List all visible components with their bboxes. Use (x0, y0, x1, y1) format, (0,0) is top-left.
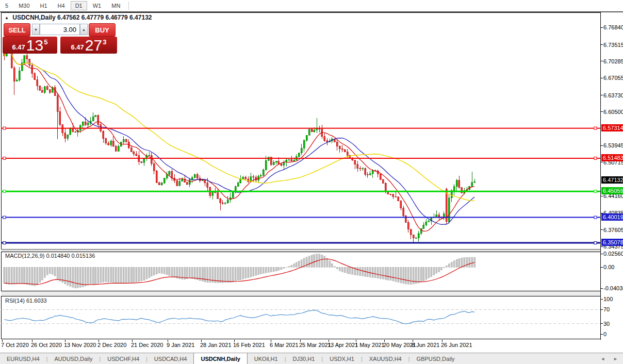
chart-tab-usdcnh-daily[interactable]: USDCNH,Daily (193, 353, 247, 364)
date-tick-label: 13 Nov 2020 (64, 342, 96, 348)
price-tick-label: 6.63730 (603, 92, 623, 98)
volume-up-button[interactable]: ▲ (80, 24, 88, 35)
timeframe-button-h4[interactable]: H4 (53, 1, 70, 10)
tab-scroll-arrows: ◄ ► (600, 353, 623, 364)
rsi-tick-label: 100 (603, 296, 613, 302)
chart-tab-dj30-h1[interactable]: DJ30,H1 (286, 353, 322, 364)
rsi-tick (601, 334, 603, 335)
timeframe-button-w1[interactable]: W1 (88, 1, 106, 10)
price-tick (601, 196, 603, 196)
date-tick-label: 21 Dec 2020 (131, 342, 163, 348)
timeframe-toolbar: 5M30H1H4D1W1MN (0, 0, 623, 12)
date-tick-label: 2 Dec 2020 (97, 342, 126, 348)
price-tick (601, 61, 603, 61)
timeframe-button-m30[interactable]: M30 (14, 1, 34, 10)
rsi-tick-label: 70 (603, 306, 610, 312)
date-tick-label: 7 Oct 2020 (1, 342, 29, 348)
price-tick-label: 6.76840 (603, 24, 623, 30)
price-tick (601, 162, 603, 162)
date-tick-label: 13 Apr 2021 (327, 342, 358, 348)
rsi-tick (601, 299, 603, 300)
tab-scroll-left-icon[interactable]: ◄ (600, 356, 605, 361)
chart-symbol-label: USDCNH,Daily (12, 14, 55, 21)
buy-price-prefix: 6.47 (71, 42, 84, 53)
macd-tick-label: 0.025609 (603, 251, 623, 257)
macd-tick-label: -0.040386 (603, 285, 623, 291)
price-tick (601, 95, 603, 95)
price-line-badge: 6.51483 (601, 154, 623, 161)
volume-input[interactable] (40, 24, 80, 35)
price-line-badge: 6.57314 (601, 124, 623, 131)
timeframe-button-5[interactable]: 5 (1, 1, 13, 10)
sell-price-sup: 5 (44, 38, 47, 46)
chart-tab-eurusd-h4[interactable]: EURUSD,H4 (0, 353, 46, 364)
price-tick (601, 145, 603, 146)
rsi-indicator-chart[interactable] (1, 296, 600, 339)
chart-ohlc-values: 6.47562 6.47779 6.46779 6.47132 (57, 14, 152, 21)
chevron-up-icon: ▲ (82, 28, 86, 31)
rsi-tick-label: 0 (603, 331, 606, 337)
chevron-down-icon: ▼ (34, 28, 38, 31)
rsi-label: RSI(14) 61.6033 (5, 297, 47, 304)
price-tick-label: 6.60500 (603, 109, 623, 115)
macd-tick (601, 254, 603, 254)
panel-splitter[interactable] (1, 291, 600, 296)
date-tick-label: 1 May 2021 (355, 342, 384, 348)
toolbar-separator (128, 2, 129, 10)
chart-tab-ukoil-h1[interactable]: UKOil,H1 (248, 353, 285, 364)
price-tick-label: 6.70285 (603, 58, 623, 64)
price-tick (601, 111, 603, 112)
price-tick-label: 6.53945 (603, 142, 623, 148)
macd-tick (601, 288, 603, 289)
date-tick-label: 6 Mar 2021 (270, 342, 299, 348)
chart-tab-gbpusd-daily[interactable]: GBPUSD,Daily (410, 353, 462, 364)
date-tick-label: 26 Jun 2021 (441, 342, 472, 348)
price-line-badge: 6.35078 (601, 239, 623, 246)
rsi-tick-label: 30 (603, 321, 610, 327)
macd-tick-label: 0.00 (603, 264, 614, 270)
chart-tab-usdx-h1[interactable]: USDX,H1 (323, 353, 361, 364)
one-click-trade-panel: SELL ▼ ▲ BUY 6.47 13 5 6.47 27 3 (3, 23, 117, 54)
date-tick-label: 16 Feb 2021 (233, 342, 265, 348)
sell-price-big: 13 (26, 38, 43, 53)
buy-price-big: 27 (85, 38, 102, 53)
macd-label: MACD(12,26,9) 0.014840 0.015136 (5, 253, 95, 259)
volume-down-button[interactable]: ▼ (32, 24, 40, 35)
date-tick-label: 25 Mar 2021 (299, 342, 331, 348)
macd-tick (601, 267, 603, 268)
collapse-trade-panel-icon[interactable]: ▲ (5, 15, 9, 20)
price-tick-label: 6.67055 (603, 75, 623, 81)
price-line-badge: 6.40019 (601, 213, 623, 221)
sell-button[interactable]: SELL (4, 23, 30, 37)
rsi-tick (601, 323, 603, 324)
sell-price-button[interactable]: 6.47 13 5 (3, 37, 57, 54)
chart-tab-xauusd-h4[interactable]: XAUUSD,H4 (363, 353, 408, 364)
price-tick-label: 6.73515 (603, 42, 623, 48)
price-tick (601, 78, 603, 78)
price-tick-label: 6.37605 (603, 227, 623, 233)
chart-tab-audusd-daily[interactable]: AUDUSD,Daily (47, 353, 99, 364)
sell-price-prefix: 6.47 (12, 42, 25, 53)
price-line-badge: 6.47132 (601, 176, 623, 184)
buy-price-button[interactable]: 6.47 27 3 (60, 37, 117, 54)
price-tick (601, 246, 603, 247)
chart-tab-bar: EURUSD,H4|AUDUSD,Daily|USDCHF,H4|USDCAD,… (0, 353, 623, 364)
buy-price-sup: 3 (103, 38, 106, 46)
price-tick (601, 229, 603, 230)
timeframe-button-d1[interactable]: D1 (71, 1, 87, 10)
chart-tab-usdcad-h4[interactable]: USDCAD,H4 (147, 353, 194, 364)
date-tick-label: 28 Jan 2021 (200, 342, 232, 348)
timeframe-button-h1[interactable]: H1 (36, 1, 52, 10)
date-tick-label: 9 Jan 2021 (167, 342, 194, 348)
chart-title: ▲ USDCNH,Daily 6.47562 6.47779 6.46779 6… (5, 14, 152, 21)
tab-scroll-right-icon[interactable]: ► (613, 356, 618, 361)
price-line-badge: 6.45059 (601, 187, 623, 194)
timeframe-button-mn[interactable]: MN (107, 1, 125, 10)
price-tick (601, 44, 603, 45)
chart-tab-usdchf-h4[interactable]: USDCHF,H4 (101, 353, 146, 364)
price-tick (601, 27, 603, 28)
mt4-terminal: { "toolbar": { "timeframes": ["5", "M30"… (0, 0, 623, 364)
date-tick-label: 8 Jun 2021 (412, 342, 439, 348)
buy-button[interactable]: BUY (89, 23, 116, 37)
rsi-tick (601, 309, 603, 310)
